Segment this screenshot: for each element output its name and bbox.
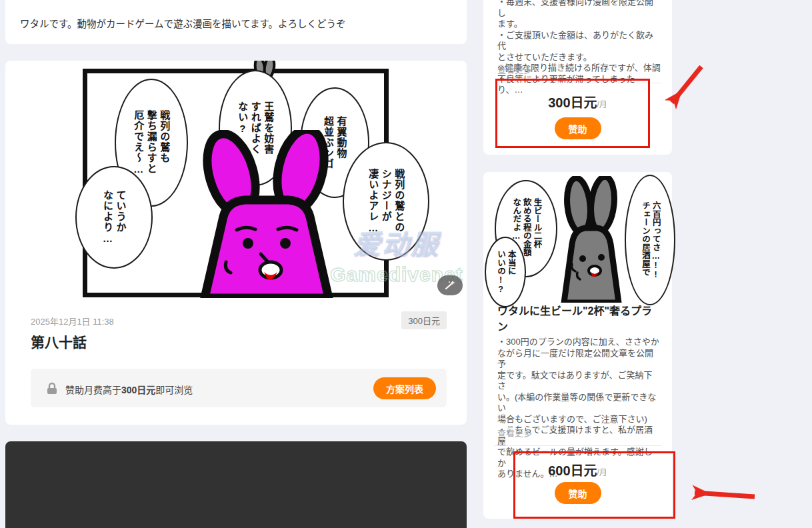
see-more-link[interactable]: 查看更多 bbox=[497, 426, 532, 439]
plan-price: 600日元 bbox=[548, 463, 597, 478]
plan-price-period: /月 bbox=[597, 468, 607, 477]
sponsor-button-600[interactable]: 赞助 bbox=[555, 482, 601, 504]
lock-message-price: 300日元 bbox=[121, 385, 155, 395]
plan-description: ・300円のプランの内容に加え、ささやか ながら月に一度だけ限定公開文章を公開予… bbox=[497, 337, 661, 480]
see-more-link[interactable]: 查看更多 bbox=[497, 63, 532, 75]
locked-content-bar: 赞助月费高于300日元即可浏览 方案列表 bbox=[31, 369, 447, 407]
divider bbox=[494, 445, 661, 446]
gray-rabbit-illustration bbox=[552, 176, 629, 303]
speech-bubble: 六百円ってさ…!! チェーンの居酒屋で bbox=[625, 175, 675, 305]
speech-bubble: ていうか なにより… bbox=[75, 166, 153, 269]
plan-title: ワタルに生ビール"2杯"奢るプラン bbox=[497, 303, 661, 335]
speech-bubble: 本当に いいの!? bbox=[485, 237, 526, 307]
post-date: 2025年12月1日 11:38 bbox=[31, 315, 114, 327]
lock-message-suffix: 即可浏览 bbox=[155, 385, 193, 395]
lock-message-prefix: 赞助月费高于 bbox=[65, 385, 121, 395]
post-title[interactable]: 第八十話 bbox=[31, 331, 87, 351]
plan-description: ・毎週末、支援者様向け漫画を限定公開し ます。 ・ご支援頂いた金額は、ありがたく… bbox=[497, 0, 661, 96]
plan-price: 300日元 bbox=[548, 95, 597, 110]
page: ワタルです。動物がカードゲームで遊ぶ漫画を描いてます。よろしくどうぞ 戦列の鷲も… bbox=[0, 0, 812, 528]
post-comic-image[interactable]: 戦列の鷲も 撃ち漏らすと 厄介でえ〜… ていうか なにより… 王鷲を妨害 すれば… bbox=[5, 61, 467, 303]
annotation-arrow-300 bbox=[672, 67, 701, 103]
magic-wand-icon bbox=[444, 280, 456, 291]
creator-bio-text: ワタルです。動物がカードゲームで遊ぶ漫画を描いてます。よろしくどうぞ bbox=[20, 16, 346, 30]
divider bbox=[494, 83, 661, 83]
plan-price-row: 300日元/月 bbox=[483, 92, 672, 111]
post-price-badge: 300日元 bbox=[401, 311, 447, 329]
annotation-arrow-600 bbox=[695, 493, 755, 497]
plan-list-button[interactable]: 方案列表 bbox=[373, 377, 436, 399]
image-enhance-button[interactable] bbox=[437, 275, 463, 295]
lock-icon bbox=[47, 382, 57, 395]
next-post-image[interactable] bbox=[5, 441, 467, 528]
plan-card-600: 六百円ってさ…!! チェーンの居酒屋で 生ビール二杯 飲める程の金額 なんだよ…… bbox=[483, 172, 672, 519]
sponsor-button-300[interactable]: 赞助 bbox=[555, 117, 601, 139]
plan-card-300: ・毎週末、支援者様向け漫画を限定公開し ます。 ・ご支援頂いた金額は、ありがたく… bbox=[483, 0, 672, 155]
creator-bio-card: ワタルです。動物がカードゲームで遊ぶ漫画を描いてます。よろしくどうぞ bbox=[5, 0, 467, 44]
lock-message: 赞助月费高于300日元即可浏览 bbox=[65, 383, 193, 396]
post-card: 戦列の鷲も 撃ち漏らすと 厄介でえ〜… ていうか なにより… 王鷲を妨害 すれば… bbox=[5, 61, 467, 425]
plan-price-period: /月 bbox=[597, 100, 607, 109]
plan-price-row: 600日元/月 bbox=[483, 460, 672, 479]
pink-rabbit-illustration bbox=[170, 130, 363, 298]
